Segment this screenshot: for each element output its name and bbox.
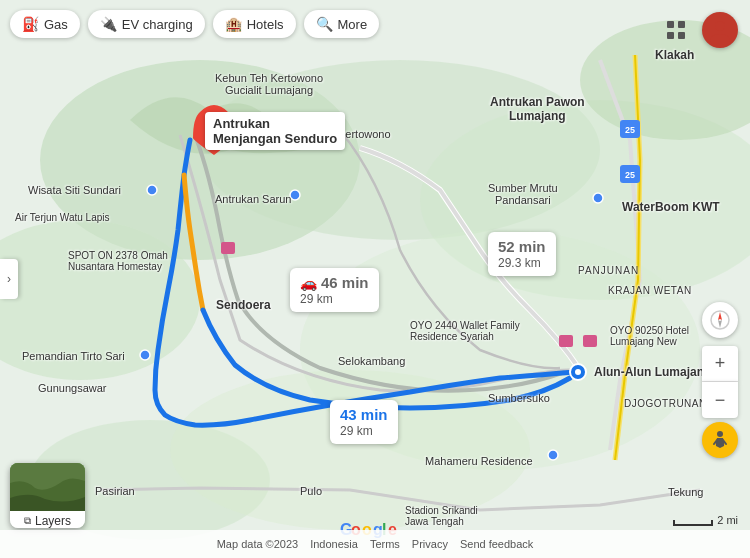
svg-point-18 [548, 450, 558, 460]
place-oyo90250: OYO 90250 HotelLumajang New [610, 325, 689, 347]
zoom-controls: + − [702, 346, 738, 418]
svg-rect-12 [221, 242, 235, 254]
svg-rect-14 [583, 335, 597, 347]
chip-gas[interactable]: ⛽ Gas [10, 10, 80, 38]
place-spoton: SPOT ON 2378 OmahNusantara Homestay [68, 250, 168, 272]
svg-rect-13 [559, 335, 573, 347]
route-badge-alt2[interactable]: 52 min 29.3 km [488, 232, 556, 276]
chip-hotels[interactable]: 🏨 Hotels [213, 10, 296, 38]
layers-thumbnail [10, 463, 85, 511]
chip-ev[interactable]: 🔌 EV charging [88, 10, 205, 38]
chip-gas-label: Gas [44, 17, 68, 32]
place-selokambang: Selokambang [338, 355, 405, 367]
map-container: 25 25 G o o g l e Kebun Teh KertowonoGuc… [0, 0, 750, 558]
chevron-right-icon: › [7, 272, 11, 286]
more-icon: 🔍 [316, 16, 333, 32]
route-dist-alt1: 29 km [300, 292, 369, 306]
svg-point-19 [593, 193, 603, 203]
place-antrukan-sarun: Antrukan Sarun [215, 193, 291, 205]
top-bar: ⛽ Gas 🔌 EV charging 🏨 Hotels 🔍 More [10, 10, 379, 38]
dest-name-line1: Antrukan [213, 116, 337, 131]
route-time-primary: 43 min [340, 406, 388, 423]
chip-more[interactable]: 🔍 More [304, 10, 380, 38]
zoom-out-button[interactable]: − [702, 382, 738, 418]
svg-point-10 [575, 369, 581, 375]
place-oyo2440: OYO 2440 Wallet FamilyResidence Syariah [410, 320, 520, 342]
place-waterboom: WaterBoom KWT [622, 200, 720, 214]
apps-grid-button[interactable] [658, 12, 694, 48]
svg-point-16 [290, 190, 300, 200]
layers-stack-icon: ⧉ [24, 515, 31, 527]
svg-point-34 [715, 21, 725, 31]
place-krajan: KRAJAN WETAN [608, 285, 692, 296]
place-pemandian: Pemandian Tirto Sari [22, 350, 125, 362]
terms-link[interactable]: Terms [370, 538, 400, 550]
zoom-in-button[interactable]: + [702, 346, 738, 382]
place-alun-alun: Alun-Alun Lumajang [594, 365, 711, 379]
compass-button[interactable] [702, 302, 738, 338]
svg-text:25: 25 [625, 170, 635, 180]
route-badge-primary[interactable]: 43 min 29 km [330, 400, 398, 444]
svg-rect-32 [667, 32, 674, 39]
place-tekung: Tekung [668, 486, 703, 498]
route-time-alt1: 🚗 46 min [300, 274, 369, 291]
indonesia-text: Indonesia [310, 538, 358, 550]
scale-bar: 2 mi [673, 514, 738, 526]
svg-point-17 [140, 350, 150, 360]
place-air-terjun: Air Terjun Watu Lapis [15, 212, 110, 223]
car-icon: 🚗 [300, 275, 317, 291]
route-dist-alt2: 29.3 km [498, 256, 546, 270]
place-mahameru: Mahameru Residence [425, 455, 533, 467]
privacy-link[interactable]: Privacy [412, 538, 448, 550]
ev-icon: 🔌 [100, 16, 117, 32]
svg-rect-33 [678, 32, 685, 39]
destination-label: Antrukan Menjangan Senduro [205, 112, 345, 150]
sidebar-expand-button[interactable]: › [0, 259, 18, 299]
svg-rect-30 [667, 21, 674, 28]
place-wisata: Wisata Siti Sundari [28, 184, 121, 196]
svg-point-15 [147, 185, 157, 195]
svg-text:25: 25 [625, 125, 635, 135]
chip-more-label: More [338, 17, 368, 32]
place-sendoera: Sendoera [216, 298, 271, 312]
place-stadion: Stadion SrikandiJawa Tengah [405, 505, 478, 527]
place-pasirian: Pasirian [95, 485, 135, 497]
avatar[interactable] [702, 12, 738, 48]
place-klakah: Klakah [655, 48, 694, 62]
place-sumber-mrutu: Sumber MrutuPandansari [488, 182, 558, 206]
svg-rect-31 [678, 21, 685, 28]
map-data-text: Map data ©2023 [217, 538, 299, 550]
pegman-button[interactable] [702, 422, 738, 458]
layers-label: ⧉ Layers [10, 511, 85, 528]
place-kertowono: Kertowono [338, 128, 391, 140]
scale-line [673, 520, 713, 526]
place-kebun-teh: Kebun Teh KertowonoGucialit Lumajang [215, 72, 323, 96]
place-sumbersuko: Sumbersuko [488, 392, 550, 404]
place-panjunan: PANJUNAN [578, 265, 639, 276]
gas-icon: ⛽ [22, 16, 39, 32]
place-pulo: Pulo [300, 485, 322, 497]
bottom-bar: Map data ©2023 Indonesia Terms Privacy S… [0, 530, 750, 558]
route-time-alt2: 52 min [498, 238, 546, 255]
route-dist-primary: 29 km [340, 424, 388, 438]
place-gunungsawar: Gunungsawar [38, 382, 107, 394]
place-antrukan-pawon: Antrukan PawonLumajang [490, 95, 585, 123]
layers-button[interactable]: ⧉ Layers [10, 463, 85, 528]
scale-label: 2 mi [717, 514, 738, 526]
hotels-icon: 🏨 [225, 16, 242, 32]
chip-ev-label: EV charging [122, 17, 193, 32]
route-badge-alt1[interactable]: 🚗 46 min 29 km [290, 268, 379, 312]
send-feedback-link[interactable]: Send feedback [460, 538, 533, 550]
chip-hotels-label: Hotels [247, 17, 284, 32]
dest-name-line2: Menjangan Senduro [213, 131, 337, 146]
svg-point-39 [717, 431, 723, 437]
place-djogotrunan: DJOGOTRUNAN [624, 398, 707, 409]
